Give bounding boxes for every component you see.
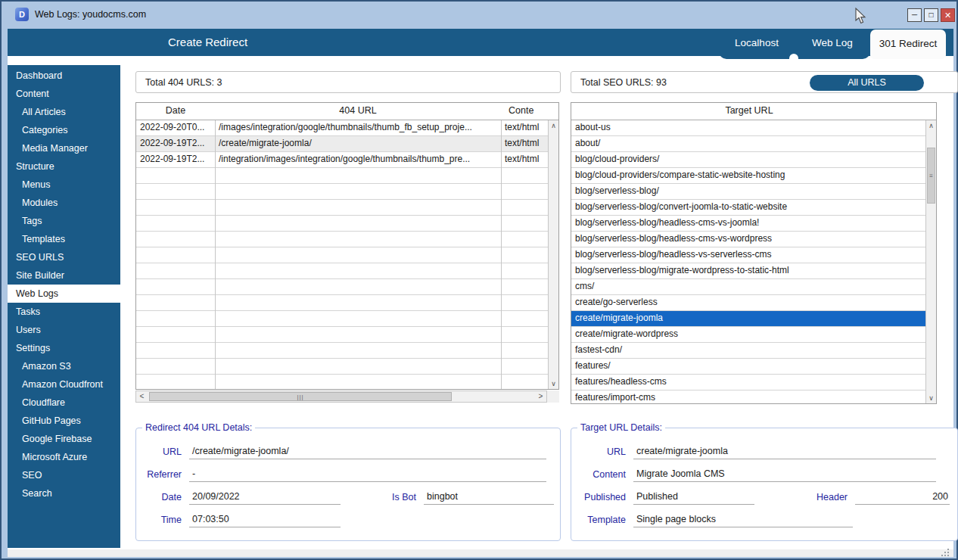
target-url-text: create/go-serverless [571, 295, 927, 310]
target-url-row[interactable]: features/import-cms [571, 390, 936, 404]
column-header-date[interactable]: Date [136, 103, 215, 120]
vertical-scroll-thumb[interactable]: ≡ [927, 148, 935, 204]
sidebar-item-users[interactable]: Users [8, 321, 120, 339]
scroll-up-icon[interactable]: ∧ [549, 120, 558, 132]
minimize-button[interactable]: ─ [907, 8, 922, 22]
target-url-row[interactable]: about-us [571, 120, 936, 136]
column-divider [501, 120, 502, 390]
resize-grip-icon[interactable] [941, 555, 943, 556]
sidebar-item-seo-urls[interactable]: SEO URLS [8, 248, 120, 266]
scrollbar-corner [547, 390, 559, 403]
404-row-1[interactable]: 2022-09-20T0... /images/integration/goog… [136, 120, 558, 136]
target-url-row[interactable]: blog/serverless-blog/migrate-wordpress-t… [571, 263, 936, 279]
sidebar-item-media-manager[interactable]: Media Manager [8, 139, 120, 157]
target-url-row[interactable]: create/migrate-wordpress [571, 327, 936, 343]
sidebar-item-tags[interactable]: Tags [8, 212, 120, 230]
target-url-row[interactable]: blog/serverless-blog/convert-joomla-to-s… [571, 200, 936, 216]
sidebar-item-categories[interactable]: Categories [8, 121, 120, 139]
column-header-404-url[interactable]: 404 URL [215, 103, 501, 120]
scroll-up-icon[interactable]: ∧ [926, 120, 936, 132]
target-url-row[interactable]: create/go-serverless [571, 295, 936, 311]
target-url-row[interactable]: blog/serverless-blog/headless-cms-vs-joo… [571, 216, 936, 232]
app-icon: D [15, 8, 29, 21]
is-bot-field[interactable]: bingbot [424, 490, 554, 505]
tab-localhost[interactable]: Localhost [719, 29, 795, 59]
referrer-field[interactable]: - [189, 467, 546, 482]
target-url-row[interactable]: fastest-cdn/ [571, 343, 936, 359]
date-field[interactable]: 20/09/2022 [189, 490, 341, 505]
content-field[interactable]: Migrate Joomla CMS [633, 467, 936, 482]
table-row-empty [136, 184, 558, 200]
all-urls-button[interactable]: All URLS [810, 75, 924, 91]
sidebar-item-seo[interactable]: SEO [8, 466, 120, 484]
sidebar-item-templates[interactable]: Templates [8, 230, 120, 248]
sidebar-item-structure[interactable]: Structure [8, 157, 120, 176]
tab-web-log[interactable]: Web Log [795, 29, 870, 59]
template-field[interactable]: Single page blocks [633, 512, 853, 527]
referrer-label: Referrer [136, 469, 182, 480]
template-label: Template [571, 515, 626, 525]
target-url-row[interactable]: blog/cloud-providers/compare-static-webs… [571, 168, 936, 184]
sidebar-item-modules[interactable]: Modules [8, 194, 120, 212]
target-url-list: Target URL about-us about/ blog/cloud-pr… [571, 102, 937, 404]
404-table-vertical-scrollbar[interactable]: ∧ ∨ [548, 120, 558, 390]
sidebar-item-microsoft-azure[interactable]: Microsoft Azure [8, 448, 120, 466]
target-url-row-selected[interactable]: create/migrate-joomla [571, 311, 936, 327]
sidebar-item-cloudflare[interactable]: Cloudflare [8, 394, 120, 412]
target-url-row[interactable]: about/ [571, 136, 936, 152]
target-url-row[interactable]: blog/serverless-blog/ [571, 184, 936, 200]
sidebar-item-amazon-cloudfront[interactable]: Amazon Cloudfront [8, 375, 120, 394]
time-field[interactable]: 07:03:50 [189, 512, 341, 527]
table-row-empty [136, 375, 558, 390]
published-label: Published [571, 492, 626, 502]
target-url-text: blog/cloud-providers/compare-static-webs… [571, 168, 927, 183]
maximize-button[interactable]: □ [924, 8, 938, 22]
page-title: Create Redirect [168, 29, 247, 56]
tab-301-redirect[interactable]: 301 Redirect [870, 30, 946, 59]
target-url-row[interactable]: cms/ [571, 279, 936, 295]
header-field[interactable]: 200 [855, 490, 950, 505]
sidebar-item-search[interactable]: Search [8, 484, 120, 502]
404-table-horizontal-scrollbar[interactable]: < > ||| [135, 390, 547, 403]
sidebar-item-site-builder[interactable]: Site Builder [8, 266, 120, 285]
scroll-down-icon[interactable]: ∨ [549, 378, 558, 390]
sidebar-item-all-articles[interactable]: All Articles [8, 103, 120, 121]
published-field[interactable]: Published [633, 490, 754, 505]
scroll-right-icon[interactable]: > [535, 391, 546, 402]
url-404-field[interactable]: /create/migrate-joomla/ [189, 444, 546, 459]
sidebar-item-content[interactable]: Content [8, 85, 120, 103]
sidebar-item-tasks[interactable]: Tasks [8, 303, 120, 321]
404-row-2-selected[interactable]: 2022-09-19T2... /create/migrate-joomla/ … [136, 136, 558, 152]
titlebar[interactable]: D Web Logs: youdocms.com ─ □ ✕ [2, 2, 956, 27]
target-url-text: blog/serverless-blog/headless-cms-vs-wor… [571, 232, 927, 247]
total-seo-box: Total SEO URLS: 93 All URLS [571, 71, 958, 93]
scroll-down-icon[interactable]: ∨ [926, 393, 936, 404]
sidebar-item-google-firebase[interactable]: Google Firebase [8, 430, 120, 448]
sidebar-item-dashboard[interactable]: Dashboard [8, 67, 120, 85]
sidebar-item-amazon-s3[interactable]: Amazon S3 [8, 357, 120, 375]
sidebar-item-web-logs[interactable]: Web Logs [8, 285, 120, 303]
target-url-row[interactable]: features/headless-cms [571, 375, 936, 390]
table-row-empty [136, 279, 558, 295]
target-list-vertical-scrollbar[interactable]: ∧ ≡ ∨ [925, 120, 936, 404]
sidebar-item-menus[interactable]: Menus [8, 176, 120, 194]
sidebar-item-github-pages[interactable]: GitHub Pages [8, 412, 120, 430]
close-button[interactable]: ✕ [941, 8, 955, 22]
sidebar-item-settings[interactable]: Settings [8, 339, 120, 357]
target-url-row[interactable]: blog/serverless-blog/headless-cms-vs-wor… [571, 232, 936, 247]
horizontal-scroll-thumb[interactable]: ||| [149, 392, 452, 401]
target-url-row[interactable]: features/ [571, 359, 936, 375]
time-label: Time [136, 515, 182, 525]
target-url-details-legend: Target URL Details: [577, 422, 665, 433]
target-url-details-group: Target URL Details: URL create/migrate-j… [571, 428, 958, 541]
target-url-field[interactable]: create/migrate-joomla [633, 444, 936, 459]
sidebar: Dashboard Content All Articles Categorie… [8, 65, 120, 548]
target-url-text: blog/serverless-blog/headless-cms-vs-joo… [571, 216, 927, 231]
target-url-row[interactable]: blog/cloud-providers/ [571, 152, 936, 168]
scroll-left-icon[interactable]: < [136, 391, 148, 402]
404-row-3[interactable]: 2022-09-19T2... /integration/images/inte… [136, 152, 558, 168]
column-header-content-type[interactable]: Conte [501, 103, 557, 120]
target-url-row[interactable]: blog/serverless-blog/headless-vs-serverl… [571, 247, 936, 263]
column-header-target-url[interactable]: Target URL [571, 103, 927, 120]
status-bar [8, 549, 953, 557]
